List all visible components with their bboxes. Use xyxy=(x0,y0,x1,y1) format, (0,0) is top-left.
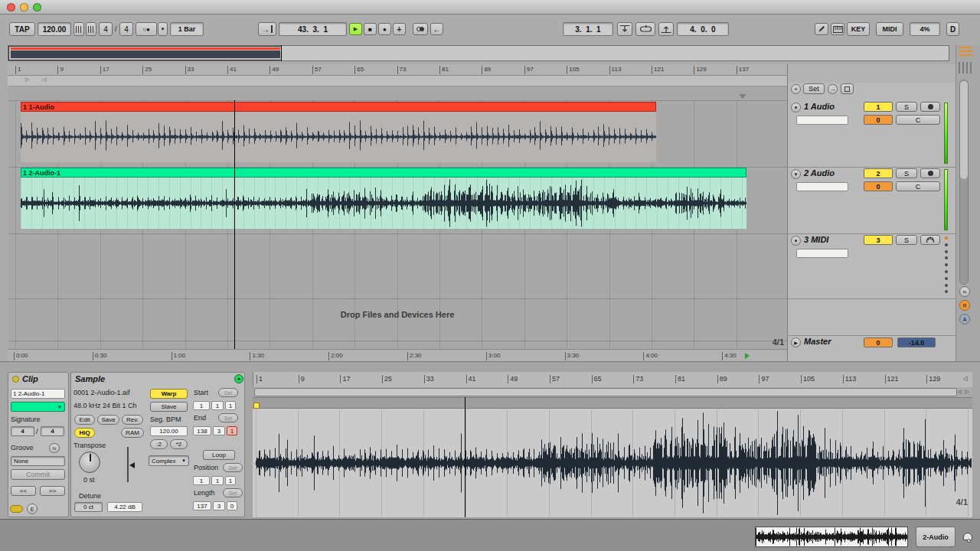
track-3-activator-button[interactable]: 3 xyxy=(864,235,893,245)
nudge-down-button[interactable] xyxy=(74,22,84,36)
scrub-area[interactable]: ▷ ◁ xyxy=(8,76,787,86)
loop-length-display[interactable]: 4. 0. 0 xyxy=(677,22,729,36)
overdub-button[interactable]: + xyxy=(393,23,406,35)
master-volume-display[interactable]: -14.0 xyxy=(897,337,936,347)
clip-name-field[interactable]: 1 2-Audio-1 xyxy=(11,389,65,399)
gain-slider-handle[interactable] xyxy=(129,462,135,468)
start-bars-field[interactable]: 1 xyxy=(193,401,210,410)
warp-mode-chooser[interactable]: Complex▼ xyxy=(149,455,189,466)
audio-clip-1-body[interactable] xyxy=(21,112,656,162)
end-sixteenths-field[interactable]: 1 xyxy=(227,426,237,435)
master-pan-display[interactable]: 0 xyxy=(864,337,893,347)
groove-pool-button[interactable]: ≈ xyxy=(49,443,60,453)
vertical-scrollbar-handle[interactable] xyxy=(960,81,968,179)
track-1-activator-button[interactable]: 1 xyxy=(864,102,893,112)
beat-ruler[interactable]: 191725334149576573818997105113121129137 xyxy=(8,64,787,76)
midi-map-button[interactable]: MIDI xyxy=(876,22,903,36)
set-position-button[interactable]: Set xyxy=(223,463,243,472)
nudge-back-button[interactable]: << xyxy=(11,486,36,496)
follow-button[interactable]: → xyxy=(258,22,276,36)
clip-start-marker[interactable] xyxy=(253,403,260,409)
track-1-arm-button[interactable] xyxy=(920,102,940,112)
sample-scroll-handle[interactable] xyxy=(254,388,957,396)
track-1-volume-display[interactable]: C xyxy=(896,115,940,125)
marker-options-button[interactable] xyxy=(841,83,854,94)
show-io-button[interactable]: io xyxy=(959,286,970,297)
track-1-unfold-button[interactable]: ▼ xyxy=(791,103,801,112)
track-1-name[interactable]: 1 Audio xyxy=(804,102,835,111)
track-2-io-display[interactable] xyxy=(796,182,848,191)
end-beats-field[interactable]: 3 xyxy=(213,426,225,435)
metronome-button[interactable]: ○● xyxy=(136,22,157,36)
start-sixteenths-field[interactable]: 1 xyxy=(225,401,236,410)
hiq-button[interactable]: HiQ xyxy=(74,428,95,438)
notification-bell-button[interactable] xyxy=(960,528,975,545)
tap-tempo-button[interactable]: TAP xyxy=(9,22,35,36)
edit-button[interactable]: Edit xyxy=(74,415,95,425)
time-signature-numerator[interactable]: 4 xyxy=(99,22,113,36)
cpu-load-display[interactable]: 4% xyxy=(910,22,940,36)
signature-denominator-field[interactable]: 4 xyxy=(41,426,64,436)
arrangement-menu-button[interactable] xyxy=(959,47,972,58)
loop-start-marker[interactable]: ▷ xyxy=(25,77,29,83)
next-locator-button[interactable]: → xyxy=(828,84,838,94)
halve-bpm-button[interactable]: :2 xyxy=(150,439,168,449)
end-bars-field[interactable]: 138 xyxy=(193,426,211,435)
metronome-dropdown-button[interactable]: ▼ xyxy=(158,22,168,36)
grid-options-button[interactable] xyxy=(959,62,972,73)
track-2-volume-display[interactable]: C xyxy=(896,181,940,191)
save-button[interactable]: Save xyxy=(97,415,119,425)
track-3-name[interactable]: 3 MIDI xyxy=(804,235,828,244)
scroll-right-arrow[interactable]: ▷ xyxy=(965,389,969,395)
set-start-button[interactable]: Set xyxy=(218,388,238,397)
clip-box-tab[interactable] xyxy=(10,505,23,513)
arrangement-position-display[interactable]: 43. 3. 1 xyxy=(279,22,347,36)
track-2-name[interactable]: 2 Audio xyxy=(804,168,835,178)
master-unfold-button[interactable]: ▶ xyxy=(791,337,801,347)
draw-mode-button[interactable] xyxy=(815,23,828,35)
track-1-pan-display[interactable]: 0 xyxy=(864,115,893,125)
set-end-button[interactable]: Set xyxy=(218,413,238,422)
seg-bpm-field[interactable]: 120.00 xyxy=(150,426,188,436)
sample-ruler[interactable]: ◁ 191725334149576573818997105113121129 xyxy=(253,372,972,387)
signature-numerator-field[interactable]: 4 xyxy=(11,426,34,436)
gain-slider[interactable] xyxy=(122,447,139,484)
computer-midi-keyboard-button[interactable] xyxy=(831,23,844,35)
transpose-knob[interactable] xyxy=(79,452,100,473)
preview-tab-button[interactable]: 2-Audio xyxy=(916,527,956,547)
record-button[interactable]: ● xyxy=(378,23,391,35)
ram-button[interactable]: RAM xyxy=(121,428,144,438)
audio-clip-2-body[interactable] xyxy=(21,178,746,229)
track-3-io-display[interactable] xyxy=(796,249,848,258)
length-beats-field[interactable]: 3 xyxy=(213,501,225,510)
punch-in-button[interactable] xyxy=(617,22,632,36)
track-2-arm-button[interactable] xyxy=(920,168,940,178)
loop-brace-strip[interactable] xyxy=(253,397,972,409)
track-3-solo-button[interactable]: S xyxy=(896,235,917,245)
punch-out-button[interactable] xyxy=(658,22,674,36)
show-mixer-button[interactable]: A xyxy=(959,314,970,324)
minimize-button[interactable] xyxy=(20,3,28,11)
close-button[interactable] xyxy=(7,3,15,11)
start-beats-field[interactable]: 1 xyxy=(211,401,224,410)
hot-swap-button[interactable]: + xyxy=(234,374,243,383)
sample-scrollbar[interactable]: ◁ ▷ xyxy=(253,387,972,397)
scroll-left-arrow[interactable]: ◁ xyxy=(958,389,962,395)
gain-field[interactable]: 4.22 dB xyxy=(107,502,142,512)
nudge-forward-button[interactable]: >> xyxy=(40,486,65,496)
track-display-area[interactable]: 1 1-Audio 1 2-Audio-1 Drop Files and Dev… xyxy=(8,86,787,349)
position-sixteenths-field[interactable]: 1 xyxy=(225,476,236,485)
disk-overload-button[interactable]: D xyxy=(946,22,959,36)
position-bars-field[interactable]: 1 xyxy=(193,476,210,485)
preview-display[interactable] xyxy=(755,527,908,547)
track-2-unfold-button[interactable]: ▼ xyxy=(791,169,801,179)
tempo-display[interactable]: 120.00 xyxy=(38,22,71,36)
automation-arm-button[interactable] xyxy=(413,23,428,35)
set-locator-button[interactable]: Set xyxy=(803,83,825,94)
loop-start-display[interactable]: 3. 1. 1 xyxy=(563,22,613,36)
clip-loop-button[interactable]: Loop xyxy=(203,450,235,460)
ruler-scroll-left-icon[interactable]: ◁ xyxy=(963,375,968,382)
show-returns-button[interactable]: R xyxy=(959,300,970,311)
audio-clip-2-header[interactable]: 1 2-Audio-1 xyxy=(21,168,746,178)
track-1-io-display[interactable] xyxy=(796,116,848,125)
